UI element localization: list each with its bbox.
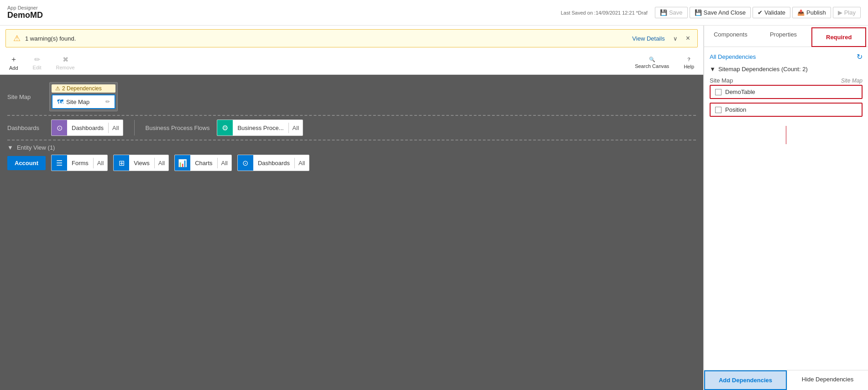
all-dependencies-label[interactable]: All Dependencies — [710, 53, 756, 60]
play-icon: ▶ — [838, 9, 842, 16]
bpf-icon: ⚙ — [217, 120, 233, 135]
dashboards-component: ⊙ Dashboards All — [51, 120, 123, 136]
app-designer-label: App Designer — [7, 5, 43, 10]
sitemap-dep-header[interactable]: ▼ Sitemap Dependencies (Count: 2) — [710, 66, 863, 73]
dep-item-position: Position — [710, 103, 863, 117]
forms-name: Forms — [67, 158, 94, 168]
main-layout: ⚠ 1 warning(s) found. View Details ∨ × ＋… — [0, 26, 868, 390]
collapse-dep-icon: ▼ — [710, 66, 716, 73]
app-name: DemoMD — [7, 10, 43, 20]
validate-button[interactable]: ✔ Validate — [753, 7, 790, 18]
remove-button[interactable]: ✖ Remove — [52, 53, 78, 72]
charts-name: Charts — [190, 158, 217, 168]
sitemap-item[interactable]: 🗺 Site Map ✏ — [52, 94, 115, 109]
add-icon: ＋ — [10, 55, 17, 64]
entity-section: ▼ Entity View (1) Account ☰ Forms All ⊞ … — [7, 144, 696, 171]
help-button[interactable]: ？ Help — [680, 54, 698, 71]
tab-properties[interactable]: Properties — [757, 26, 810, 47]
sitemap-item-name: Site Map — [66, 99, 103, 105]
close-icon[interactable]: × — [686, 34, 690, 42]
sitemap-icon: 🗺 — [57, 98, 63, 105]
charts-all[interactable]: All — [218, 158, 231, 168]
canvas-content: Site Map ⚠ 2 Dependencies 🗺 Site Map ✏ — [0, 75, 703, 390]
dep-name-demotable: DemoTable — [725, 88, 755, 95]
dep-checkbox-position[interactable] — [715, 107, 722, 113]
hide-dependencies-button[interactable]: Hide Dependencies — [787, 370, 868, 390]
entity-dashboards-all[interactable]: All — [295, 158, 309, 168]
dependencies-badge: ⚠ 2 Dependencies — [52, 84, 115, 93]
sitemap-dep-label-row: Site Map Site Map — [710, 77, 863, 84]
save-close-icon: 💾 — [695, 9, 702, 16]
warning-text: 1 warning(s) found. — [25, 35, 627, 42]
dep-item-demotable: DemoTable — [710, 85, 863, 99]
sitemap-edit-icon[interactable]: ✏ — [105, 99, 110, 105]
dashboards-label: Dashboards — [7, 125, 44, 131]
app-info: App Designer DemoMD — [7, 5, 43, 20]
top-bar-actions: Last Saved on :14/09/2021 12:21 *Draf 💾 … — [561, 7, 861, 18]
bpf-label: Business Process Flows — [146, 125, 210, 131]
view-details-link[interactable]: View Details — [632, 35, 664, 42]
play-button[interactable]: ▶ Play — [833, 7, 861, 18]
publish-button[interactable]: 📤 Publish — [792, 7, 831, 18]
save-icon: 💾 — [660, 9, 667, 16]
dashboards-icon: ⊙ — [52, 120, 67, 135]
help-icon: ？ — [686, 56, 691, 63]
tab-required[interactable]: Required — [811, 27, 866, 47]
vertical-divider — [134, 120, 135, 135]
forms-icon: ☰ — [52, 155, 67, 171]
edit-button[interactable]: ✏ Edit — [29, 53, 45, 72]
remove-icon: ✖ — [63, 55, 68, 64]
sitemap-block: ⚠ 2 Dependencies 🗺 Site Map ✏ — [49, 82, 118, 111]
save-close-button[interactable]: 💾 Save And Close — [690, 7, 751, 18]
divider-2 — [7, 140, 696, 140]
tab-components[interactable]: Components — [704, 26, 757, 47]
refresh-icon[interactable]: ↻ — [857, 52, 863, 61]
views-all[interactable]: All — [155, 158, 168, 168]
sitemap-dep-left: Site Map — [710, 77, 733, 84]
bpf-all[interactable]: All — [289, 123, 303, 133]
views-component: ⊞ Views All — [113, 155, 169, 171]
sitemap-section: Site Map ⚠ 2 Dependencies 🗺 Site Map ✏ — [7, 82, 696, 111]
add-button[interactable]: ＋ Add — [5, 53, 22, 73]
search-canvas-button[interactable]: 🔍 Search Canvas — [631, 55, 673, 71]
account-button[interactable]: Account — [7, 156, 46, 170]
validate-icon: ✔ — [758, 9, 763, 16]
canvas-area: ⚠ 1 warning(s) found. View Details ∨ × ＋… — [0, 26, 704, 390]
search-icon: 🔍 — [649, 57, 655, 62]
sitemap-dep-right: Site Map — [841, 78, 863, 84]
publish-icon: 📤 — [797, 9, 805, 16]
entity-row: Account ☰ Forms All ⊞ Views All 📊 Charts — [7, 155, 696, 171]
dashboards-all[interactable]: All — [109, 123, 122, 133]
entity-dashboards-icon: ⊙ — [238, 155, 253, 171]
warning-icon: ⚠ — [13, 33, 21, 43]
views-icon: ⊞ — [114, 155, 129, 171]
views-name: Views — [129, 158, 154, 168]
dashboard-row: Dashboards ⊙ Dashboards All Business Pro… — [7, 120, 696, 136]
canvas-toolbar: ＋ Add ✏ Edit ✖ Remove 🔍 Search Canvas ？ … — [0, 51, 703, 75]
all-dependencies-row: All Dependencies ↻ — [710, 52, 863, 61]
dep-checkbox-demotable[interactable] — [715, 89, 722, 95]
bpf-name: Business Proce... — [233, 123, 288, 133]
sitemap-label: Site Map — [7, 94, 44, 100]
chevron-down-icon[interactable]: ∨ — [673, 35, 678, 42]
warn-badge-icon: ⚠ — [55, 85, 60, 92]
entity-dashboards-name: Dashboards — [253, 158, 295, 168]
warning-banner: ⚠ 1 warning(s) found. View Details ∨ × — [5, 29, 698, 47]
entity-view-header[interactable]: ▼ Entity View (1) — [7, 144, 696, 151]
panel-footer: Add Dependencies Hide Dependencies — [704, 370, 868, 390]
forms-all[interactable]: All — [94, 158, 107, 168]
collapse-icon: ▼ — [7, 144, 13, 151]
dep-name-position: Position — [725, 106, 746, 113]
panel-tabs: Components Properties Required — [704, 26, 868, 47]
save-button[interactable]: 💾 Save — [655, 7, 688, 18]
panel-content: All Dependencies ↻ ▼ Sitemap Dependencie… — [704, 47, 868, 370]
dashboards-name: Dashboards — [67, 123, 109, 133]
right-panel: Components Properties Required All Depen… — [704, 26, 868, 390]
edit-icon: ✏ — [34, 55, 40, 64]
cursor-line — [786, 126, 786, 144]
top-bar: App Designer DemoMD Last Saved on :14/09… — [0, 0, 868, 26]
bpf-component: ⚙ Business Proce... All — [217, 120, 303, 136]
last-saved-text: Last Saved on :14/09/2021 12:21 *Draf — [561, 10, 648, 16]
entity-dashboards-component: ⊙ Dashboards All — [237, 155, 309, 171]
add-dependencies-button[interactable]: Add Dependencies — [704, 370, 787, 390]
